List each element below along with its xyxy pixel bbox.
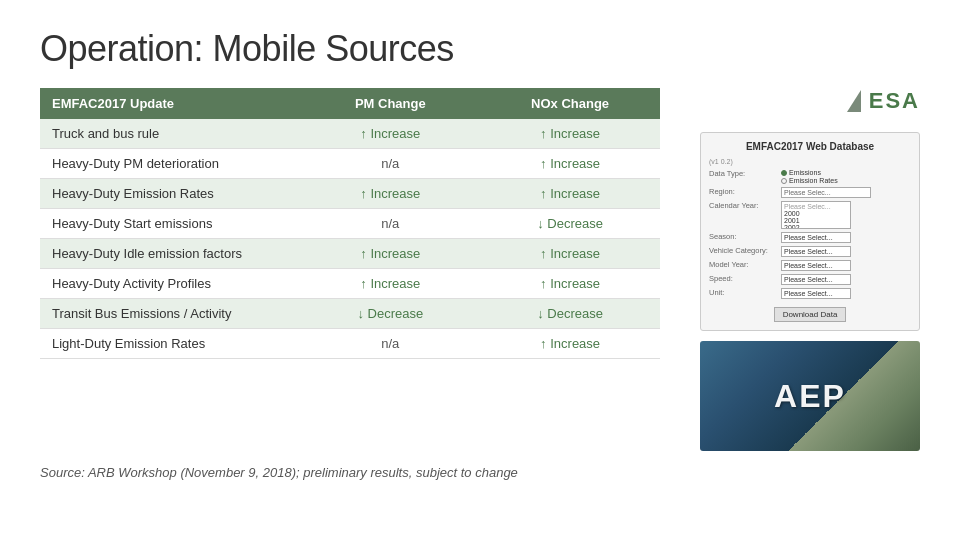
row-label: Heavy-Duty Activity Profiles <box>40 269 300 299</box>
col-header-pm: PM Change <box>300 88 480 119</box>
row-pm: Increase <box>300 179 480 209</box>
esa-logo-box: ESA <box>847 88 920 114</box>
col-header-update: EMFAC2017 Update <box>40 88 300 119</box>
left-panel: EMFAC2017 Update PM Change NOx Change Tr… <box>40 88 660 451</box>
row-nox: Increase <box>480 179 660 209</box>
year-option-2000: 2000 <box>784 210 848 217</box>
emfac-year-row: Calendar Year: Please Selec... 2000 2001… <box>709 201 911 229</box>
row-nox: Increase <box>480 239 660 269</box>
emfac-version: (v1 0.2) <box>709 158 911 165</box>
emfac-vehicle-label: Vehicle Category: <box>709 246 777 255</box>
emfac-datatype-label: Data Type: <box>709 169 777 178</box>
emfac-region-row: Region: Please Selec... <box>709 187 911 198</box>
row-nox: Decrease <box>480 209 660 239</box>
radio-dot-emissions <box>781 170 787 176</box>
emfac-year-list[interactable]: Please Selec... 2000 2001 2002 <box>781 201 851 229</box>
emfac-speed-label: Speed: <box>709 274 777 283</box>
table-row: Heavy-Duty PM deteriorationn/aIncrease <box>40 149 660 179</box>
radio-label-emission-rates: Emission Rates <box>789 177 838 184</box>
emfac-modelyear-select[interactable]: Please Select... <box>781 260 851 271</box>
emfac-region-select[interactable]: Please Selec... <box>781 187 871 198</box>
aep-logo: AEP <box>700 341 920 451</box>
table-row: Truck and bus ruleIncreaseIncrease <box>40 119 660 149</box>
table-row: Transit Bus Emissions / ActivityDecrease… <box>40 299 660 329</box>
emfac-modelyear-row: Model Year: Please Select... <box>709 260 911 271</box>
emfac-year-label: Calendar Year: <box>709 201 777 210</box>
source-text: Source: ARB Workshop (November 9, 2018);… <box>0 451 960 480</box>
emfac-season-row: Season: Please Select... <box>709 232 911 243</box>
radio-label-emissions: Emissions <box>789 169 821 176</box>
emfac-modelyear-label: Model Year: <box>709 260 777 269</box>
row-pm: Increase <box>300 239 480 269</box>
row-label: Transit Bus Emissions / Activity <box>40 299 300 329</box>
year-option-2002: 2002 <box>784 224 848 229</box>
table-row: Heavy-Duty Activity ProfilesIncreaseIncr… <box>40 269 660 299</box>
emfac-region-label: Region: <box>709 187 777 196</box>
radio-dot-emission-rates <box>781 178 787 184</box>
aep-text: AEP <box>774 378 846 415</box>
emfac-datatype-control: Emissions Emission Rates <box>781 169 911 184</box>
row-nox: Increase <box>480 329 660 359</box>
emfac-season-select[interactable]: Please Select... <box>781 232 851 243</box>
emfac-vehicle-select[interactable]: Please Select... <box>781 246 851 257</box>
row-pm: n/a <box>300 209 480 239</box>
esa-triangle-icon <box>847 90 861 112</box>
row-nox: Increase <box>480 269 660 299</box>
emfac-title: EMFAC2017 Web Database <box>709 141 911 152</box>
page-title: Operation: Mobile Sources <box>0 0 960 88</box>
emfac-vehicle-row: Vehicle Category: Please Select... <box>709 246 911 257</box>
table-row: Heavy-Duty Emission RatesIncreaseIncreas… <box>40 179 660 209</box>
emfac-datatype-row: Data Type: Emissions Emission Rates <box>709 169 911 184</box>
row-pm: n/a <box>300 149 480 179</box>
col-header-nox: NOx Change <box>480 88 660 119</box>
emfac-unit-label: Unit: <box>709 288 777 297</box>
row-label: Truck and bus rule <box>40 119 300 149</box>
table-row: Light-Duty Emission Ratesn/aIncrease <box>40 329 660 359</box>
row-pm: n/a <box>300 329 480 359</box>
row-nox: Decrease <box>480 299 660 329</box>
row-nox: Increase <box>480 119 660 149</box>
main-content: EMFAC2017 Update PM Change NOx Change Tr… <box>0 88 960 451</box>
row-pm: Decrease <box>300 299 480 329</box>
emfac-season-label: Season: <box>709 232 777 241</box>
radio-emissions: Emissions <box>781 169 911 176</box>
esa-logo-area: ESA <box>847 88 920 114</box>
emfac-speed-row: Speed: Please Select... <box>709 274 911 285</box>
emfac-speed-select[interactable]: Please Select... <box>781 274 851 285</box>
year-option-default: Please Selec... <box>784 203 848 210</box>
download-button[interactable]: Download Data <box>774 307 847 322</box>
emfac-unit-row: Unit: Please Select... <box>709 288 911 299</box>
right-panel: ESA EMFAC2017 Web Database (v1 0.2) Data… <box>680 88 920 451</box>
radio-emission-rates: Emission Rates <box>781 177 911 184</box>
esa-text: ESA <box>869 88 920 114</box>
row-label: Heavy-Duty Emission Rates <box>40 179 300 209</box>
row-pm: Increase <box>300 119 480 149</box>
data-table: EMFAC2017 Update PM Change NOx Change Tr… <box>40 88 660 359</box>
row-label: Heavy-Duty Start emissions <box>40 209 300 239</box>
row-label: Heavy-Duty PM deterioration <box>40 149 300 179</box>
row-label: Light-Duty Emission Rates <box>40 329 300 359</box>
row-label: Heavy-Duty Idle emission factors <box>40 239 300 269</box>
table-row: Heavy-Duty Idle emission factorsIncrease… <box>40 239 660 269</box>
row-nox: Increase <box>480 149 660 179</box>
table-row: Heavy-Duty Start emissionsn/aDecrease <box>40 209 660 239</box>
year-option-2001: 2001 <box>784 217 848 224</box>
row-pm: Increase <box>300 269 480 299</box>
emfac-screenshot: EMFAC2017 Web Database (v1 0.2) Data Typ… <box>700 132 920 331</box>
emfac-unit-select[interactable]: Please Select... <box>781 288 851 299</box>
